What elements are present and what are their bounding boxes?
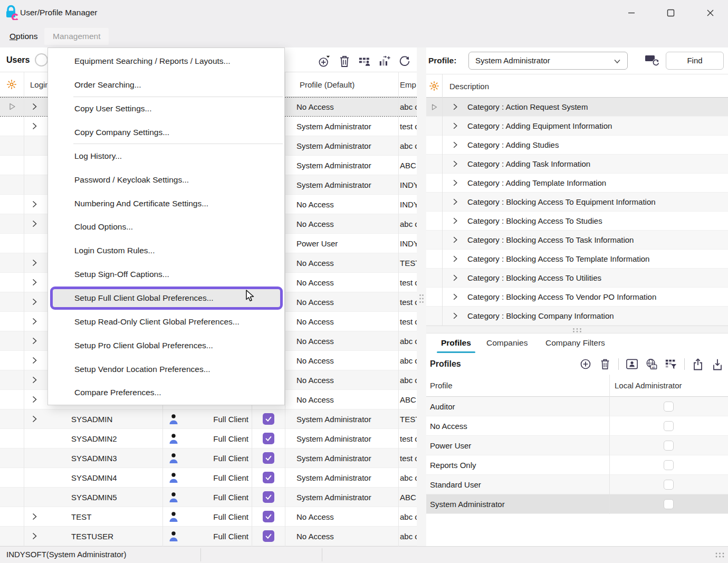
splitter-grip-icon[interactable] (418, 293, 425, 304)
column-header-profile-default[interactable]: Profile (Default) (300, 72, 355, 97)
category-row[interactable]: Category : Blocking Access To Task Infor… (426, 231, 728, 250)
delete-user-icon[interactable] (338, 54, 351, 69)
enabled-checkbox[interactable] (263, 472, 274, 483)
column-header-description[interactable]: Description (449, 74, 489, 98)
expand-chevron-icon[interactable] (451, 292, 459, 301)
tab-profiles[interactable]: Profiles (441, 333, 471, 352)
expand-chevron-icon[interactable] (30, 512, 39, 521)
expand-chevron-icon[interactable] (451, 216, 459, 225)
table-row[interactable]: SYSADMIN Full Client System Administrato… (0, 409, 417, 429)
expand-chevron-icon[interactable] (451, 235, 459, 244)
local-admin-checkbox[interactable] (664, 480, 674, 490)
refresh-icon[interactable] (398, 54, 411, 69)
profile-select[interactable]: System Administrator (468, 52, 628, 70)
profile-row[interactable]: No Access (426, 416, 728, 436)
profile-row[interactable]: Power User (426, 436, 728, 455)
enabled-checkbox[interactable] (263, 530, 274, 542)
menu-item[interactable]: Setup Vendor Location Preferences... (48, 357, 284, 381)
delete-profile-icon[interactable] (599, 357, 611, 371)
menu-item[interactable]: Copy User Settings... (48, 97, 284, 121)
import-icon[interactable] (711, 357, 724, 371)
menu-item[interactable]: Setup Read-Only Client Global Preference… (48, 310, 284, 333)
expand-chevron-icon[interactable] (30, 219, 39, 228)
find-button[interactable]: Find (666, 52, 724, 70)
enabled-checkbox[interactable] (263, 413, 274, 425)
menu-options[interactable]: Options (1, 28, 46, 45)
category-row[interactable]: Category : Blocking Access To Equipment … (426, 193, 728, 212)
profile-row[interactable]: System Administrator (426, 494, 728, 514)
category-row[interactable]: Category : Adding Studies (426, 136, 728, 155)
expand-chevron-icon[interactable] (30, 199, 39, 209)
category-row[interactable]: Category : Blocking Access To Template I… (426, 250, 728, 269)
table-row[interactable]: SYSADMIN5 Full Client System Administrat… (0, 488, 417, 507)
expand-chevron-icon[interactable] (30, 297, 39, 307)
profile-row[interactable]: Standard User (426, 475, 728, 494)
local-admin-checkbox[interactable] (664, 460, 674, 470)
table-row[interactable]: TESTUSER Full Client No Access abc c (0, 527, 417, 546)
menu-item[interactable]: Password / Keycloak Settings... (48, 168, 284, 192)
enabled-checkbox[interactable] (263, 511, 274, 522)
enabled-checkbox[interactable] (263, 433, 274, 444)
menu-item[interactable]: Numbering And Certificate Settings... (48, 192, 284, 215)
expand-chevron-icon[interactable] (30, 356, 39, 365)
expand-chevron-icon[interactable] (30, 395, 39, 404)
local-admin-checkbox[interactable] (664, 441, 674, 451)
users-filter-toggle[interactable] (35, 53, 48, 66)
grid-filter-icon[interactable] (665, 357, 677, 371)
expand-chevron-icon[interactable] (30, 531, 39, 541)
menu-item[interactable]: Setup Pro Client Global Preferences... (48, 333, 284, 357)
table-row[interactable]: TEST Full Client No Access abc c (0, 507, 417, 527)
user-grid-icon[interactable] (358, 54, 371, 69)
tab-company-filters[interactable]: Company Filters (545, 333, 605, 352)
expand-chevron-icon[interactable] (30, 278, 39, 287)
expand-chevron-icon[interactable] (30, 414, 39, 424)
expand-chevron-icon[interactable] (30, 317, 39, 326)
table-row[interactable]: SYSADMIN4 Full Client System Administrat… (0, 468, 417, 488)
table-row[interactable]: SYSADMIN2 Full Client System Administrat… (0, 429, 417, 449)
column-header-employee[interactable]: Emp (400, 72, 417, 97)
expand-chevron-icon[interactable] (30, 375, 39, 385)
category-row[interactable]: Category : Action Request System (426, 98, 728, 117)
table-row[interactable]: SYSADMIN3 Full Client System Administrat… (0, 449, 417, 468)
expand-chevron-icon[interactable] (451, 311, 459, 320)
category-row[interactable]: Category : Blocking Access To Studies (426, 212, 728, 231)
profile-sync-icon[interactable] (645, 53, 660, 67)
category-row[interactable]: Category : Adding Template Information (426, 174, 728, 193)
expand-chevron-icon[interactable] (451, 254, 459, 263)
expand-chevron-icon[interactable] (30, 258, 39, 268)
column-header-profile[interactable]: Profile (430, 375, 453, 397)
expand-chevron-icon[interactable] (30, 336, 39, 346)
expand-chevron-icon[interactable] (451, 197, 459, 206)
category-row[interactable]: Category : Blocking Company Information (426, 307, 728, 326)
expand-chevron-icon[interactable] (451, 102, 459, 111)
column-header-login[interactable]: Login (30, 72, 50, 97)
tab-companies[interactable]: Companies (486, 333, 528, 352)
horizontal-splitter[interactable] (426, 326, 728, 333)
expand-chevron-icon[interactable] (30, 121, 39, 131)
export-icon[interactable] (692, 357, 704, 371)
category-row[interactable]: Category : Blocking Access To Vendor PO … (426, 288, 728, 307)
add-user-icon[interactable] (318, 54, 331, 69)
expand-chevron-icon[interactable] (451, 121, 459, 130)
globe-rename-icon[interactable]: ab (645, 357, 658, 371)
add-profile-icon[interactable] (579, 357, 592, 371)
category-row[interactable]: Category : Blocking Access To Utilities (426, 269, 728, 288)
enabled-checkbox[interactable] (263, 491, 274, 503)
local-admin-checkbox[interactable] (664, 402, 674, 412)
profile-card-icon[interactable] (626, 357, 638, 371)
maximize-button[interactable] (659, 3, 682, 22)
category-row[interactable]: Category : Adding Equipment Information (426, 117, 728, 136)
profile-row[interactable]: Reports Only (426, 455, 728, 475)
menu-item[interactable]: Copy Company Settings... (48, 121, 284, 145)
expand-chevron-icon[interactable] (451, 140, 459, 149)
local-admin-checkbox[interactable] (664, 499, 674, 509)
menu-item[interactable]: Equipment Searching / Reports / Layouts.… (48, 50, 284, 73)
columns-add-icon[interactable] (378, 54, 391, 69)
close-button[interactable] (699, 3, 721, 22)
enabled-checkbox[interactable] (263, 452, 274, 464)
expand-chevron-icon[interactable] (451, 273, 459, 282)
menu-item[interactable]: Login Custom Rules... (48, 239, 284, 263)
menu-item[interactable]: Compare Preferences... (48, 381, 284, 405)
expand-chevron-icon[interactable] (451, 178, 459, 187)
menu-item[interactable]: Cloud Options... (48, 215, 284, 239)
